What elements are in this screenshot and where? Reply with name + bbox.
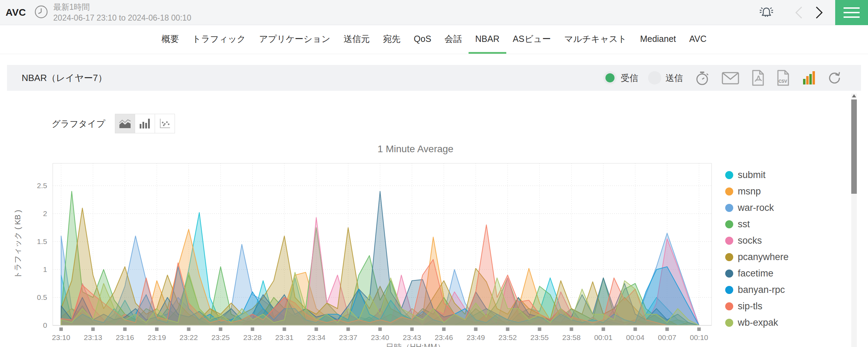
svg-text:2.5: 2.5 xyxy=(37,182,47,190)
report-chart-icon[interactable] xyxy=(801,70,816,86)
tab-会話[interactable]: 会話 xyxy=(438,25,469,54)
tab-AVC[interactable]: AVC xyxy=(683,25,713,54)
tab-Medianet[interactable]: Medianet xyxy=(633,25,683,54)
legend-label: war-rock xyxy=(738,202,774,213)
legend-dot xyxy=(725,204,733,212)
svg-text:23:31: 23:31 xyxy=(275,333,294,341)
app-title: AVC xyxy=(6,7,26,18)
graph-type-area-icon[interactable] xyxy=(115,114,135,133)
scroll-up-arrow-icon[interactable] xyxy=(852,94,856,97)
legend-item-facetime[interactable]: facetime xyxy=(725,265,789,282)
legend-label: socks xyxy=(738,235,762,246)
tab-ASビュー[interactable]: ASビュー xyxy=(506,25,558,54)
legend-item-pcanywhere[interactable]: pcanywhere xyxy=(725,249,789,265)
svg-text:23:46: 23:46 xyxy=(435,333,453,341)
svg-text:23:28: 23:28 xyxy=(243,333,262,341)
tab-送信元[interactable]: 送信元 xyxy=(337,25,376,54)
svg-text:23:37: 23:37 xyxy=(339,333,358,341)
legend-item-wb-expak[interactable]: wb-expak xyxy=(725,315,789,331)
time-range-selector[interactable]: 最新1時間 2024-06-17 23:10 to 2024-06-18 00:… xyxy=(53,2,191,23)
legend-dot xyxy=(725,187,733,195)
tab-宛先[interactable]: 宛先 xyxy=(376,25,407,54)
svg-text:23:25: 23:25 xyxy=(211,333,230,341)
legend-item-msnp[interactable]: msnp xyxy=(725,183,789,200)
menu-hamburger-icon[interactable] xyxy=(835,0,868,25)
svg-text:23:19: 23:19 xyxy=(148,333,166,341)
legend-item-sst[interactable]: sst xyxy=(725,216,789,232)
svg-text:23:22: 23:22 xyxy=(179,333,198,341)
svg-text:0: 0 xyxy=(43,321,47,329)
legend-item-socks[interactable]: socks xyxy=(725,232,789,249)
legend-dot xyxy=(725,253,733,261)
legend-label: msnp xyxy=(738,186,761,197)
tab-アプリケーション[interactable]: アプリケーション xyxy=(252,25,337,54)
svg-text:23:13: 23:13 xyxy=(84,333,102,341)
legend-dot xyxy=(725,302,733,310)
svg-text:00:10: 00:10 xyxy=(690,333,708,341)
direction-radio-send[interactable]: 送信 xyxy=(648,71,683,84)
email-icon[interactable] xyxy=(721,71,740,85)
svg-text:23:58: 23:58 xyxy=(562,333,581,341)
svg-text:00:01: 00:01 xyxy=(594,333,613,341)
svg-text:2: 2 xyxy=(43,209,47,217)
y-axis-title: トラフィック ( KB ) xyxy=(13,210,22,279)
legend-label: submit xyxy=(738,170,766,180)
traffic-area-chart[interactable]: 1 Minute Average00.511.522.523:1023:1323… xyxy=(0,138,723,347)
schedule-icon[interactable] xyxy=(694,69,710,86)
vertical-scrollbar[interactable] xyxy=(851,94,857,347)
legend-dot xyxy=(725,319,733,327)
legend-label: wb-expak xyxy=(738,317,778,328)
svg-text:1: 1 xyxy=(43,265,47,273)
tab-概要[interactable]: 概要 xyxy=(155,25,185,54)
svg-text:23:49: 23:49 xyxy=(466,333,485,341)
legend-label: sip-tls xyxy=(738,301,763,312)
svg-text:23:34: 23:34 xyxy=(307,333,326,341)
refresh-icon[interactable] xyxy=(827,71,841,85)
svg-text:23:43: 23:43 xyxy=(403,333,421,341)
main-nav: 概要トラフィックアプリケーション送信元宛先QoS会話NBARASビューマルチキャ… xyxy=(0,25,868,54)
scrollbar-thumb[interactable] xyxy=(851,99,857,194)
pdf-export-icon[interactable] xyxy=(751,69,765,86)
prev-chevron-left-icon[interactable] xyxy=(793,6,804,20)
svg-text:00:07: 00:07 xyxy=(658,333,676,341)
graph-type-label: グラフタイプ xyxy=(52,118,105,130)
chart-title: 1 Minute Average xyxy=(377,143,453,154)
svg-text:0.5: 0.5 xyxy=(37,293,47,301)
graph-type-selector: グラフタイプ xyxy=(52,114,175,133)
alerts-bell-icon[interactable] xyxy=(758,5,775,20)
direction-radio-receive[interactable]: 受信 xyxy=(603,71,638,84)
tab-トラフィック[interactable]: トラフィック xyxy=(185,25,252,54)
svg-text:00:04: 00:04 xyxy=(626,333,645,341)
legend-label: sst xyxy=(738,219,750,230)
legend-item-banyan-rpc[interactable]: banyan-rpc xyxy=(725,282,789,298)
time-range-detail: 2024-06-17 23:10 to 2024-06-18 00:10 xyxy=(53,13,191,23)
svg-text:23:40: 23:40 xyxy=(371,333,389,341)
time-range-label: 最新1時間 xyxy=(53,2,191,13)
clock-icon xyxy=(34,5,49,21)
svg-text:1.5: 1.5 xyxy=(37,237,47,245)
legend-dot xyxy=(725,270,733,278)
legend-dot xyxy=(725,286,733,294)
legend-dot xyxy=(725,220,733,228)
report-header: NBAR（レイヤー7） 受信 送信 xyxy=(7,65,861,91)
legend-item-sip-tls[interactable]: sip-tls xyxy=(725,298,789,315)
legend-label: banyan-rpc xyxy=(738,285,785,295)
topbar: AVC 最新1時間 2024-06-17 23:10 to 2024-06-18… xyxy=(0,0,868,25)
graph-type-scatter-icon[interactable] xyxy=(155,114,175,133)
svg-text:23:10: 23:10 xyxy=(52,333,71,341)
tab-マルチキャスト[interactable]: マルチキャスト xyxy=(558,25,633,54)
tab-QoS[interactable]: QoS xyxy=(407,25,438,54)
svg-text:23:16: 23:16 xyxy=(116,333,134,341)
chart-legend: submitmsnpwar-rocksstsockspcanywhereface… xyxy=(725,167,789,331)
legend-item-war-rock[interactable]: war-rock xyxy=(725,200,789,216)
legend-label: facetime xyxy=(738,268,773,279)
tab-NBAR[interactable]: NBAR xyxy=(469,25,506,54)
next-chevron-right-icon[interactable] xyxy=(814,6,825,20)
receive-label: 受信 xyxy=(621,72,638,84)
csv-export-icon[interactable]: CSV xyxy=(776,69,790,86)
legend-dot xyxy=(725,237,733,245)
graph-type-bar-icon[interactable] xyxy=(135,114,155,133)
legend-item-submit[interactable]: submit xyxy=(725,167,789,183)
legend-dot xyxy=(725,171,733,179)
x-axis-title: 日時（HH:MM） xyxy=(386,342,445,347)
